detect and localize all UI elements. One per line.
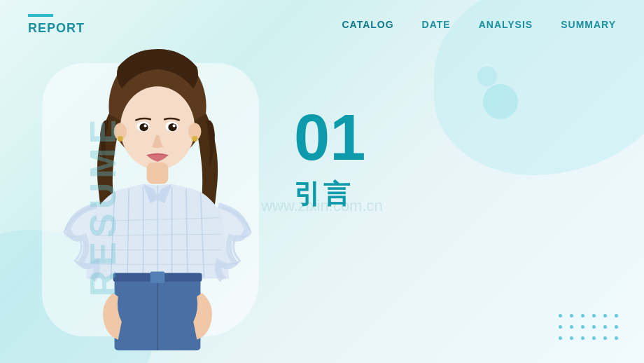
- dot: [603, 336, 607, 340]
- header-nav: CATALOG DATE ANALYSIS SUMMARY: [342, 19, 616, 30]
- dot: [559, 314, 562, 317]
- section-number: 01: [294, 105, 365, 170]
- section-title: 引言: [294, 177, 365, 212]
- header-brand: REPORT: [28, 14, 85, 36]
- report-label: REPORT: [28, 21, 85, 36]
- dot: [581, 314, 584, 317]
- svg-rect-12: [147, 163, 169, 184]
- decorative-dots-grid: [559, 314, 622, 343]
- dot: [581, 336, 584, 340]
- nav-date[interactable]: DATE: [422, 19, 451, 30]
- dot: [559, 336, 562, 340]
- deco-circle-large: [483, 84, 518, 119]
- dot: [592, 325, 596, 329]
- svg-point-10: [144, 125, 147, 128]
- dot: [592, 336, 596, 340]
- vertical-resume-label: RESUME: [82, 116, 124, 296]
- dot: [615, 325, 618, 329]
- header: REPORT CATALOG DATE ANALYSIS SUMMARY: [0, 0, 644, 49]
- nav-summary[interactable]: SUMMARY: [561, 19, 616, 30]
- dot: [615, 314, 618, 317]
- svg-point-11: [173, 125, 176, 128]
- dot: [603, 325, 607, 329]
- dot: [603, 314, 607, 317]
- dot: [570, 336, 573, 340]
- svg-point-5: [192, 136, 197, 142]
- nav-analysis[interactable]: ANALYSIS: [479, 19, 533, 30]
- dot: [570, 325, 573, 329]
- main-text-block: 01 引言: [294, 105, 365, 212]
- dot: [559, 325, 562, 329]
- dot: [570, 314, 573, 317]
- person-illustration: [31, 49, 284, 350]
- nav-catalog[interactable]: CATALOG: [342, 19, 393, 30]
- dot: [615, 336, 618, 340]
- svg-point-9: [168, 123, 176, 131]
- header-accent-bar: [28, 14, 53, 17]
- deco-circle-small: [477, 67, 497, 86]
- dot: [592, 314, 596, 317]
- dot: [581, 325, 584, 329]
- svg-point-8: [139, 123, 148, 131]
- svg-rect-16: [150, 271, 164, 282]
